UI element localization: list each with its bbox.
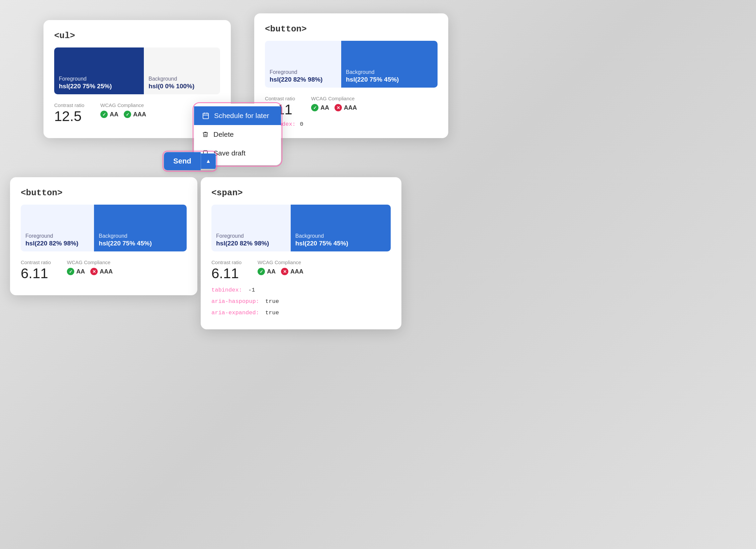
aria-haspopup-val-span-br: true — [265, 298, 279, 305]
background-swatch-btn-top: Background hsl(220 75% 45%) — [341, 41, 438, 88]
wcag-badges-btn-top: ✓ AA ✕ AAA — [311, 104, 357, 111]
dropdown-item-schedule[interactable]: Schedule for later — [194, 106, 281, 125]
background-swatch-span-br: Background hsl(220 75% 45%) — [291, 205, 391, 251]
wcag-label-span-br: WCAG Compliance — [258, 259, 303, 265]
contrast-value-btn-bl: 6.11 — [21, 266, 51, 281]
aaa-label-btn-bl: AAA — [100, 268, 113, 275]
aria-expanded-val-span-br: true — [265, 310, 279, 316]
dropdown-item-delete[interactable]: Delete — [194, 125, 281, 144]
contrast-group-btn-bl: Contrast ratio 6.11 — [21, 259, 51, 281]
aa-icon-btn-top: ✓ — [311, 104, 318, 111]
contrast-label-span-br: Contrast ratio — [211, 259, 242, 265]
card-span-bottom-right: <span> Foreground hsl(220 82% 98%) Backg… — [201, 177, 401, 329]
aa-icon-span-br: ✓ — [258, 268, 265, 275]
wcag-label-btn-top: WCAG Compliance — [311, 96, 357, 101]
color-swatches-span-br: Foreground hsl(220 82% 98%) Background h… — [211, 205, 391, 251]
aaa-badge-ul: ✓ AAA — [124, 111, 146, 118]
background-swatch-btn-bl: Background hsl(220 75% 45%) — [94, 205, 187, 251]
wcag-group-span-br: WCAG Compliance ✓ AA ✕ AAA — [258, 259, 303, 275]
send-button-container[interactable]: Send ▲ — [164, 152, 216, 170]
aaa-icon-span-br: ✕ — [281, 268, 288, 275]
aaa-badge-span-br: ✕ AAA — [281, 268, 303, 275]
bg-label-ul: Background — [149, 76, 215, 83]
contrast-group-span-br: Contrast ratio 6.11 — [211, 259, 242, 281]
foreground-swatch-btn-bl: Foreground hsl(220 82% 98%) — [21, 205, 94, 251]
send-chevron-button[interactable]: ▲ — [201, 153, 216, 169]
aaa-icon-ul: ✓ — [124, 111, 131, 118]
background-swatch-ul: Background hsl(0 0% 100%) — [144, 47, 220, 94]
fg-value-btn-top: hsl(220 82% 98%) — [270, 76, 337, 84]
calendar-icon — [202, 112, 209, 119]
trash-icon — [202, 131, 209, 138]
tabindex-val-btn-top: 0 — [300, 121, 303, 127]
tabindex-row-btn-top: tabindex: 0 — [265, 121, 438, 127]
aa-badge-ul: ✓ AA — [100, 111, 118, 118]
card-button-bl-title: <button> — [21, 188, 187, 198]
card-button-top: <button> Foreground hsl(220 82% 98%) Bac… — [254, 13, 448, 138]
contrast-label-btn-bl: Contrast ratio — [21, 259, 51, 265]
tabindex-key-span-br: tabindex: — [211, 287, 242, 293]
save-draft-label: Save draft — [213, 149, 246, 157]
wcag-group-ul: WCAG Compliance ✓ AA ✓ AAA — [100, 102, 146, 118]
bg-label-btn-top: Background — [346, 69, 433, 76]
aaa-badge-btn-top: ✕ AAA — [335, 104, 357, 111]
aa-badge-btn-bl: ✓ AA — [67, 268, 85, 275]
aria-info-span-br: tabindex: -1 aria-haspopup: true aria-ex… — [211, 285, 391, 319]
bg-label-btn-bl: Background — [99, 233, 182, 240]
wcag-label-btn-bl: WCAG Compliance — [67, 259, 113, 265]
aaa-label-ul: AAA — [133, 111, 146, 118]
metrics-span-br: Contrast ratio 6.11 WCAG Compliance ✓ AA… — [211, 259, 391, 281]
aa-badge-span-br: ✓ AA — [258, 268, 276, 275]
delete-label: Delete — [213, 130, 234, 138]
color-swatches-btn-bl: Foreground hsl(220 82% 98%) Background h… — [21, 205, 187, 251]
send-main-button[interactable]: Send — [164, 152, 201, 170]
metrics-btn-top: Contrast ratio 6.11 WCAG Compliance ✓ AA… — [265, 96, 438, 117]
card-span-br-title: <span> — [211, 188, 391, 198]
schedule-label: Schedule for later — [214, 112, 269, 120]
metrics-btn-bl: Contrast ratio 6.11 WCAG Compliance ✓ AA… — [21, 259, 187, 281]
contrast-value-ul: 12.5 — [54, 109, 84, 123]
wcag-badges-span-br: ✓ AA ✕ AAA — [258, 268, 303, 275]
fg-label-ul: Foreground — [59, 76, 139, 83]
contrast-label-ul: Contrast ratio — [54, 102, 84, 108]
fg-label-btn-bl: Foreground — [25, 233, 89, 240]
card-button-top-title: <button> — [265, 24, 438, 34]
contrast-value-span-br: 6.11 — [211, 266, 242, 281]
tabindex-row-span-br: tabindex: -1 — [211, 285, 391, 296]
aa-label-ul: AA — [110, 111, 118, 118]
foreground-swatch-ul: Foreground hsl(220 75% 25%) — [54, 47, 144, 94]
bg-label-span-br: Background — [295, 233, 386, 240]
aria-haspopup-key-span-br: aria-haspopup: — [211, 298, 259, 305]
aria-expanded-key-span-br: aria-expanded: — [211, 310, 259, 316]
bg-value-ul: hsl(0 0% 100%) — [149, 83, 215, 90]
fg-value-ul: hsl(220 75% 25%) — [59, 83, 139, 90]
wcag-group-btn-bl: WCAG Compliance ✓ AA ✕ AAA — [67, 259, 113, 275]
wcag-group-btn-top: WCAG Compliance ✓ AA ✕ AAA — [311, 96, 357, 111]
fg-label-span-br: Foreground — [216, 233, 286, 240]
aaa-label-btn-top: AAA — [344, 104, 357, 111]
bg-value-span-br: hsl(220 75% 45%) — [295, 240, 386, 247]
card-ul-title: <ul> — [54, 31, 220, 41]
wcag-label-ul: WCAG Compliance — [100, 102, 146, 108]
aaa-icon-btn-top: ✕ — [335, 104, 342, 111]
tabindex-val-span-br: -1 — [248, 287, 255, 293]
aa-icon-btn-bl: ✓ — [67, 268, 74, 275]
aria-haspopup-row-span-br: aria-haspopup: true — [211, 296, 391, 307]
bg-value-btn-bl: hsl(220 75% 45%) — [99, 240, 182, 247]
aa-label-btn-top: AA — [320, 104, 329, 111]
wcag-badges-btn-bl: ✓ AA ✕ AAA — [67, 268, 113, 275]
foreground-swatch-btn-top: Foreground hsl(220 82% 98%) — [265, 41, 341, 88]
aaa-icon-btn-bl: ✕ — [90, 268, 98, 275]
fg-value-btn-bl: hsl(220 82% 98%) — [25, 240, 89, 247]
aaa-label-span-br: AAA — [290, 268, 303, 275]
fg-label-btn-top: Foreground — [270, 69, 337, 76]
bg-value-btn-top: hsl(220 75% 45%) — [346, 76, 433, 84]
svg-rect-0 — [203, 113, 209, 119]
wcag-badges-ul: ✓ AA ✓ AAA — [100, 111, 146, 118]
aa-label-btn-bl: AA — [76, 268, 85, 275]
foreground-swatch-span-br: Foreground hsl(220 82% 98%) — [211, 205, 291, 251]
aa-badge-btn-top: ✓ AA — [311, 104, 329, 111]
aria-expanded-row-span-br: aria-expanded: true — [211, 307, 391, 319]
color-swatches-ul: Foreground hsl(220 75% 25%) Background h… — [54, 47, 220, 94]
aaa-badge-btn-bl: ✕ AAA — [90, 268, 113, 275]
